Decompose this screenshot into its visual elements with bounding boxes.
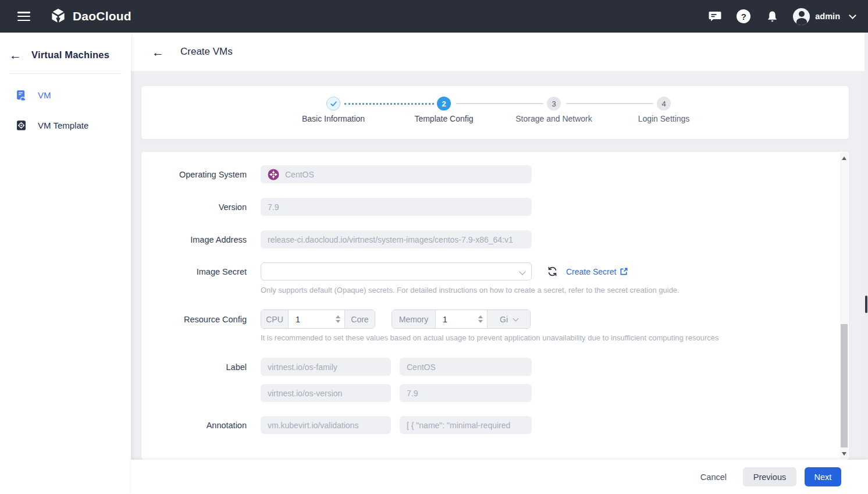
step-4-circle[interactable]: 4 [657, 97, 671, 111]
form-scrollbar[interactable] [840, 152, 848, 459]
sidebar: ← Virtual Machines VM VM Templ [0, 33, 131, 494]
step-2-label: Template Config [386, 114, 502, 123]
vm-document-icon [15, 89, 27, 101]
scrollbar-thumb[interactable] [841, 324, 848, 447]
label-value-input-2: 7.9 [400, 384, 532, 402]
label-key-input-2: virtnest.io/os-version [261, 384, 391, 402]
image-address-input: release-ci.daocloud.io/virtnest/system-i… [261, 230, 532, 248]
sidebar-item-vm[interactable]: VM [0, 80, 131, 110]
sidebar-item-vm-label: VM [38, 90, 51, 100]
notifications-bell-icon[interactable] [764, 9, 780, 24]
memory-unit-select[interactable]: Gi [487, 310, 530, 328]
brand-logo: DaoCloud [49, 8, 131, 25]
resource-config-label: Resource Config [141, 315, 247, 324]
label-key-input-1: virtnest.io/os-family [261, 358, 391, 376]
spin-up-icon [478, 315, 483, 318]
step-4-label: Login Settings [606, 114, 722, 123]
label-value-input-1: CentOS [400, 358, 532, 376]
cancel-button[interactable]: Cancel [695, 467, 732, 486]
cpu-prefix: CPU [261, 310, 289, 328]
cpu-stepper[interactable] [332, 310, 344, 328]
step-1-label: Basic Information [275, 114, 392, 123]
image-secret-select[interactable] [261, 262, 532, 280]
stepper-connector-3-4 [566, 103, 653, 104]
sidebar-header: ← Virtual Machines [0, 33, 131, 61]
app-root: DaoCloud ? admin ← Virtual Machines [0, 0, 868, 494]
spin-down-icon [478, 320, 483, 323]
stepper-connector-2-3 [456, 103, 543, 104]
step-1-circle-check-icon[interactable] [326, 97, 340, 111]
sidebar-title: Virtual Machines [31, 49, 109, 61]
message-icon[interactable] [707, 9, 723, 24]
os-input: CentOS [261, 165, 532, 183]
stepper-card: 2 3 4 Basic Information Template Config … [141, 86, 849, 139]
image-secret-help-text: Only supports default (Opaque) secrets. … [261, 286, 680, 294]
scroll-up-arrow-icon[interactable] [840, 154, 848, 162]
annotation-value-input: [ { "name": "minimal-required [400, 416, 532, 434]
memory-prefix: Memory [392, 310, 436, 328]
page-back-arrow-icon[interactable]: ← [152, 46, 164, 58]
daocloud-cube-icon [49, 8, 67, 25]
help-icon[interactable]: ? [736, 9, 751, 24]
os-label: Operating System [141, 170, 247, 179]
topbar: DaoCloud ? admin [0, 0, 868, 33]
memory-stepper[interactable] [474, 310, 487, 328]
sidebar-item-vm-template-label: VM Template [38, 120, 88, 130]
user-avatar[interactable] [793, 8, 810, 25]
refresh-secrets-icon[interactable] [547, 266, 558, 277]
label-field-label: Label [141, 362, 247, 372]
user-name: admin [815, 12, 840, 21]
select-chevron-down-icon [519, 268, 525, 275]
hamburger-menu-icon[interactable] [17, 12, 30, 21]
os-value: CentOS [285, 170, 314, 179]
image-address-label: Image Address [141, 235, 247, 244]
page-header: ← Create VMs [131, 33, 868, 71]
version-label: Version [141, 202, 247, 212]
scroll-down-arrow-icon[interactable] [840, 449, 848, 458]
cpu-suffix: Core [344, 310, 375, 328]
step-3-circle[interactable]: 3 [547, 97, 561, 111]
page-scrollbar[interactable] [865, 33, 868, 494]
sidebar-item-vm-template[interactable]: VM Template [0, 110, 131, 140]
page-title: Create VMs [180, 46, 233, 58]
page-scrollbar-thumb[interactable] [865, 296, 867, 313]
previous-button[interactable]: Previous [743, 467, 796, 486]
topbar-right: ? admin [707, 8, 855, 25]
form-card: Operating System CentOS [141, 152, 849, 460]
user-menu-chevron-down-icon[interactable] [849, 12, 856, 19]
annotation-label: Annotation [141, 421, 247, 430]
step-3-label: Storage and Network [496, 114, 612, 123]
spin-up-icon [336, 315, 340, 318]
centos-logo-icon [268, 169, 279, 180]
stepper-connector-1-2 [344, 103, 434, 105]
cpu-group: CPU 1 Core [261, 310, 375, 329]
spin-down-icon [336, 320, 340, 323]
main-content: ← Create VMs 2 3 4 Basic Information Tem… [131, 33, 868, 494]
step-2-circle[interactable]: 2 [437, 97, 451, 111]
next-button[interactable]: Next [805, 467, 841, 486]
unit-chevron-down-icon [513, 315, 519, 321]
brand-name: DaoCloud [73, 9, 131, 23]
image-secret-label: Image Secret [141, 267, 247, 276]
cpu-value-input[interactable]: 1 [289, 310, 332, 328]
memory-value-input[interactable]: 1 [436, 310, 474, 328]
resource-config-help-text: It is recommended to set these values ba… [261, 333, 718, 342]
sidebar-divider [9, 73, 122, 74]
vm-template-gear-icon [15, 119, 27, 132]
create-secret-link[interactable]: Create Secret [566, 267, 628, 276]
footer-action-bar: Cancel Previous Next [131, 460, 868, 494]
memory-group: Memory 1 Gi [392, 310, 531, 329]
version-input: 7.9 [261, 198, 532, 216]
sidebar-back-arrow-icon[interactable]: ← [9, 49, 22, 61]
annotation-key-input: vm.kubevirt.io/validations [261, 416, 391, 434]
external-link-icon [620, 267, 628, 276]
